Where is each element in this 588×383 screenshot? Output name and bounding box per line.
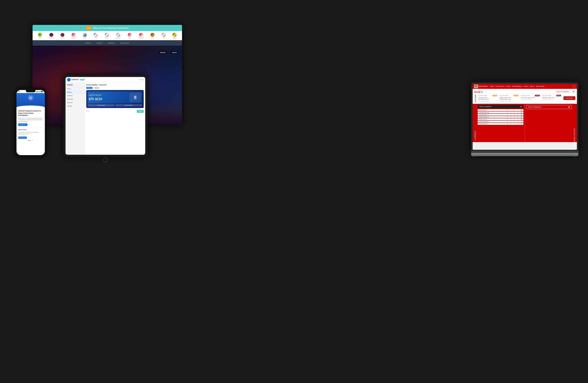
laptop-hinge <box>471 151 578 153</box>
nav-about[interactable]: ABOUT ▾ <box>530 86 535 87</box>
phone-body: 9:41 <box>15 88 46 157</box>
gameday-logo-circle <box>67 78 70 81</box>
search-icon[interactable] <box>573 85 575 88</box>
ladder-label: LADDER <box>474 105 477 141</box>
season-select-icon[interactable] <box>568 106 570 108</box>
country-costa-rica[interactable]: Costa Rica <box>49 33 53 39</box>
card-nav: ◀ ▶ <box>86 110 89 112</box>
nav-get-involved[interactable]: GET INVOLVED ▾ <box>495 86 504 87</box>
ulster-emblem <box>475 85 478 87</box>
ladder-stats: 8 3 2 3 11 <box>506 117 522 118</box>
country-peru[interactable]: Peru <box>127 33 132 39</box>
promo-amount2-area: GET $110 <box>95 97 102 101</box>
battery-icon <box>41 91 43 92</box>
country-spain[interactable]: Spain <box>150 33 155 39</box>
nav-network[interactable]: Network ▾ <box>108 42 115 44</box>
country-brazil[interactable]: Brazil <box>38 33 42 39</box>
fixture-label: FIXTURE <box>474 94 477 103</box>
event-tabs: Preview Settings <box>86 87 144 89</box>
tablet: GAMEDAY BETA Events Page 1 Events Schedu… <box>63 75 147 163</box>
switzerland-flag <box>139 33 143 37</box>
mexico-flag <box>105 33 109 37</box>
country-finland[interactable]: Finland <box>83 33 87 39</box>
nav-dot-3 <box>143 79 144 80</box>
nav-youth[interactable]: YOUTH ▾ <box>506 86 511 87</box>
promo-amount1: $75 <box>89 98 94 101</box>
fixture-teams-1: CI Ladies' 2nd XINICS Ladies' 2nd XI <box>478 97 497 100</box>
sidebar-item-settings[interactable]: Settings <box>65 104 84 108</box>
fixture-card-4: Sat 11 Feb 2:30 PM Details Ballymena Lad… <box>542 94 562 103</box>
dot-3 <box>32 140 33 141</box>
competition-select[interactable]: Select a Competition <box>555 90 575 93</box>
ladder-content: Select a Competition Bangor Men's 8t <box>478 105 524 125</box>
nav-events[interactable]: Events ▾ <box>96 42 102 44</box>
ladder-row: Banbridge Men's 4t 8 3 2 3 11 <box>478 114 524 116</box>
ladder-row: Portadown Men's 2t 8 4 1 3 13 <box>478 111 524 113</box>
save-button[interactable]: Save <box>137 110 144 113</box>
promo-btn-2[interactable]: FIND OUT MORE <box>115 104 142 106</box>
country-uganda[interactable]: Uganda <box>172 33 177 39</box>
read-more-button[interactable]: Read More <box>18 123 28 126</box>
sidebar-item-page1[interactable]: Page 1 <box>65 87 84 91</box>
nav-news[interactable]: NEWS <box>490 86 494 87</box>
fixture-time-1: Sat 11 Feb 2:30 PM T.B.A. <box>478 101 497 102</box>
promo-buttons: FIND OUT MORE FIND OUT MORE <box>88 104 142 106</box>
ulster-nav: NEWS GET INVOLVED ▾ YOUTH ▾ PERFORMANCE … <box>490 86 545 87</box>
laptop-screen: Ulster Hockey NEWS GET INVOLVED ▾ YOUTH … <box>473 84 577 150</box>
promo-content: LOAD UP THE FUN GET $75 GET $110 <box>88 92 142 103</box>
ladder-row: Ballymena Men's 4t 8 3 2 3 11 <box>478 116 524 118</box>
country-netherlands[interactable]: Netherlands <box>116 33 121 39</box>
country-czechia[interactable]: Czechia <box>60 33 64 39</box>
fixture-card-2-header: Sat 11 Feb 2:30 PM Details <box>500 95 518 96</box>
country-france[interactable]: France <box>93 33 98 39</box>
laptop-base <box>471 153 578 156</box>
fixture-time-3: Sat 11 Feb 2:30 PM T.B.A. <box>521 99 540 100</box>
tablet-home-button[interactable] <box>103 158 108 162</box>
ladder-row: Bangor Men's 9t 8 3 1 4 10 <box>478 118 524 120</box>
sidebar-item-schedule[interactable]: Schedule <box>65 94 84 98</box>
svg-rect-2 <box>134 98 136 99</box>
tab-preview[interactable]: Preview <box>86 87 93 89</box>
round-label: ROUND 17 <box>474 91 483 93</box>
country-denmark[interactable]: Denmark <box>71 33 76 39</box>
promo-title: LOAD UP THE FUN <box>89 94 102 96</box>
fixture-teams-2: Raphoe Ladies' 2nd XIOmagh Ladies' 2nd X… <box>500 97 518 100</box>
nav-performance[interactable]: PERFORMANCE ▾ <box>512 86 522 87</box>
tab-settings[interactable]: Settings <box>93 87 100 89</box>
promo-btn-1[interactable]: FIND OUT MORE <box>88 104 115 106</box>
sidebar-item-events[interactable]: Events <box>65 91 84 94</box>
nav-clubs[interactable]: CLUBS ▾ <box>524 86 528 87</box>
country-usa[interactable]: USA <box>162 33 166 39</box>
phone-content: Tail End Tropical Cyclone to Tease Grom … <box>17 108 45 144</box>
country-switzerland[interactable]: Switzerland <box>139 33 144 39</box>
full-fixture-button[interactable]: Full Fixture › <box>564 96 575 100</box>
nav-resources[interactable]: Resources ▾ <box>121 42 129 44</box>
country-mexico[interactable]: Mexico <box>105 33 109 39</box>
ladder-row: Raphoe Men's 3t 8 1 2 5 5 <box>478 123 524 125</box>
topbar-text: Discover Our Amazing Community! <box>93 27 129 29</box>
full-fixture-area: Full Fixture › <box>564 94 575 103</box>
fixture-badge-1: Draws <box>493 95 497 96</box>
sidebar-item-sponsors[interactable]: Sponsors <box>65 101 84 104</box>
nav-about[interactable]: About ▾ <box>86 42 91 44</box>
ladder-select-icon[interactable] <box>520 106 522 108</box>
gameday-main: Event Display - Carousel Preview Setting… <box>85 82 145 155</box>
peru-flag <box>127 33 132 37</box>
season-content: Select a Competition <box>526 105 572 109</box>
fixture-card-1-header: Sat 11 Feb 2:30 PM Draws <box>478 95 497 96</box>
sidebar-item-standings[interactable]: Standings <box>65 98 84 101</box>
promo-image <box>129 93 141 102</box>
promo-amounts: GET $75 GET $110 <box>89 97 102 101</box>
uganda-flag <box>172 33 177 37</box>
country-logos-bar: Brazil Costa Rica Czechia Denmark Finlan… <box>33 31 182 40</box>
learn-more-button[interactable]: Learn more <box>18 137 27 139</box>
nav-book-online[interactable]: BOOK ONLINE <box>536 86 544 87</box>
dot-1 <box>29 140 29 141</box>
svg-point-1 <box>134 96 136 98</box>
brazil-flag <box>38 33 42 37</box>
svg-rect-4 <box>37 91 37 92</box>
ladder-stats: 8 4 1 3 13 <box>506 112 522 113</box>
season-select-bar: Select a Competition <box>526 105 572 109</box>
ladder-stats: 8 3 1 4 10 <box>506 119 522 120</box>
gameday-content: Events Page 1 Events Schedule Standings … <box>65 82 145 155</box>
